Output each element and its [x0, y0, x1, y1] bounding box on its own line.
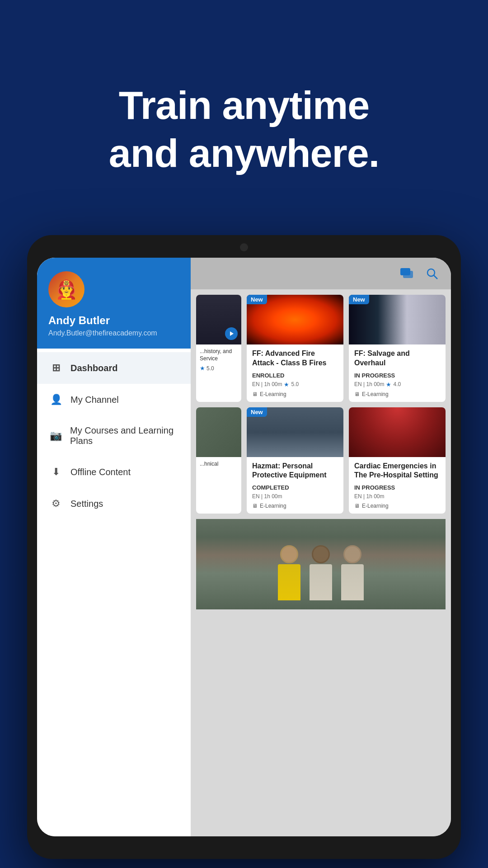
svg-point-2 — [427, 269, 435, 276]
hero-section: Train anytime and anywhere. — [0, 0, 488, 177]
course-status-salvage: IN PROGRESS — [354, 372, 440, 379]
partial-card-rating: 5.0 — [206, 365, 214, 372]
hero-title: Train anytime and anywhere. — [0, 81, 488, 177]
course-card-fire-attack[interactable]: New FF: Advanced Fire Attack - Class B F… — [247, 295, 343, 402]
course-meta-text-cardiac: EN | 1h 00m — [354, 493, 384, 500]
tablet-camera — [240, 243, 248, 251]
course-status-hazmat: COMPLETED — [252, 484, 338, 491]
top-bar — [191, 258, 451, 289]
main-content: ...history, and Service ★ 5.0 New — [191, 258, 451, 836]
course-row-1: ...history, and Service ★ 5.0 New — [196, 295, 446, 402]
sidebar-header: 👨‍🚒 Andy Butler Andy.Butler@thefireacade… — [37, 258, 191, 349]
offline-icon: ⬇ — [50, 466, 62, 478]
sidebar: 👨‍🚒 Andy Butler Andy.Butler@thefireacade… — [37, 258, 191, 836]
course-status-fire-attack: ENROLLED — [252, 372, 338, 379]
course-meta-fire-attack: EN | 1h 00m ★ 5.0 — [252, 381, 338, 388]
course-title-hazmat: Hazmat: Personal Protective Equipment — [252, 462, 338, 481]
course-rating-fire-attack: 5.0 — [291, 381, 299, 387]
course-meta-salvage: EN | 1h 00m ★ 4.0 — [354, 381, 440, 388]
course-meta-text-hazmat: EN | 1h 00m — [252, 493, 282, 500]
sidebar-item-settings[interactable]: ⚙ Settings — [37, 488, 191, 519]
my-channel-icon: 👤 — [50, 394, 62, 406]
course-row-2: ...hnical New Hazmat: Personal Protectiv… — [196, 407, 446, 514]
course-status-cardiac: IN PROGRESS — [354, 484, 440, 491]
my-courses-icon: 📷 — [50, 430, 62, 442]
partial-card-left: ...history, and Service ★ 5.0 — [196, 295, 241, 402]
course-grid: ...history, and Service ★ 5.0 New — [191, 289, 451, 836]
course-title-fire-attack: FF: Advanced Fire Attack - Class B Fires — [252, 349, 338, 368]
sidebar-item-my-courses[interactable]: 📷 My Courses and Learning Plans — [37, 415, 191, 456]
sidebar-item-my-channel-label: My Channel — [70, 395, 119, 405]
svg-line-3 — [434, 275, 437, 279]
sidebar-item-offline-label: Offline Content — [70, 467, 131, 477]
sidebar-item-my-courses-label: My Courses and Learning Plans — [70, 425, 178, 446]
course-type-cardiac: 🖥 E-Learning — [354, 503, 440, 509]
course-card-salvage[interactable]: New FF: Salvage and Overhaul IN PROGRESS… — [349, 295, 446, 402]
sidebar-nav: ⊞ Dashboard 👤 My Channel 📷 My Courses an… — [37, 349, 191, 836]
course-rating-salvage: 4.0 — [393, 381, 401, 387]
svg-rect-1 — [403, 271, 413, 278]
star-icon-salvage: ★ — [386, 381, 391, 388]
settings-icon: ⚙ — [50, 498, 62, 509]
hero-title-line1: Train anytime — [119, 83, 369, 127]
course-type-fire-attack: 🖥 E-Learning — [252, 391, 338, 397]
dashboard-icon: ⊞ — [50, 362, 62, 374]
user-name: Andy Butler — [48, 314, 179, 327]
chat-icon[interactable] — [399, 265, 415, 282]
badge-new-hazmat: New — [247, 407, 267, 417]
course-meta-text-salvage: EN | 1h 00m — [354, 381, 384, 387]
screen-icon-hazmat: 🖥 — [252, 503, 258, 509]
course-meta-hazmat: EN | 1h 00m — [252, 493, 338, 500]
course-card-cardiac[interactable]: Cardiac Emergencies in The Pre-Hospital … — [349, 407, 446, 514]
screen-icon-fire-attack: 🖥 — [252, 391, 258, 397]
hero-title-line2: and anywhere. — [109, 131, 379, 175]
tablet-screen: 👨‍🚒 Andy Butler Andy.Butler@thefireacade… — [37, 258, 451, 836]
sidebar-item-dashboard-label: Dashboard — [70, 363, 117, 373]
partial-card-left-2: ...hnical — [196, 407, 241, 514]
badge-new-salvage: New — [349, 295, 369, 304]
course-card-hazmat[interactable]: New Hazmat: Personal Protective Equipmen… — [247, 407, 343, 514]
partial-card-text-2: ...hnical — [200, 461, 238, 468]
sidebar-item-settings-label: Settings — [70, 499, 103, 509]
screen-icon-salvage: 🖥 — [354, 391, 360, 397]
tablet-device: 👨‍🚒 Andy Butler Andy.Butler@thefireacade… — [27, 235, 461, 859]
course-title-salvage: FF: Salvage and Overhaul — [354, 349, 440, 368]
user-email: Andy.Butler@thefireacademy.com — [48, 329, 179, 337]
partial-card-text: ...history, and Service — [200, 348, 238, 362]
course-type-hazmat: 🖥 E-Learning — [252, 503, 338, 509]
star-icon-fire-attack: ★ — [284, 381, 289, 388]
badge-new-fire-attack: New — [247, 295, 267, 304]
bottom-image-area — [196, 519, 446, 609]
screen-icon-cardiac: 🖥 — [354, 503, 360, 509]
sidebar-item-my-channel[interactable]: 👤 My Channel — [37, 384, 191, 415]
sidebar-item-offline[interactable]: ⬇ Offline Content — [37, 456, 191, 488]
course-title-cardiac: Cardiac Emergencies in The Pre-Hospital … — [354, 462, 440, 481]
course-type-salvage: 🖥 E-Learning — [354, 391, 440, 397]
course-meta-cardiac: EN | 1h 00m — [354, 493, 440, 500]
search-icon[interactable] — [424, 265, 440, 282]
avatar: 👨‍🚒 — [48, 271, 84, 307]
course-meta-text-fire-attack: EN | 1h 00m — [252, 381, 282, 387]
svg-marker-4 — [230, 331, 234, 336]
sidebar-item-dashboard[interactable]: ⊞ Dashboard — [37, 352, 191, 384]
